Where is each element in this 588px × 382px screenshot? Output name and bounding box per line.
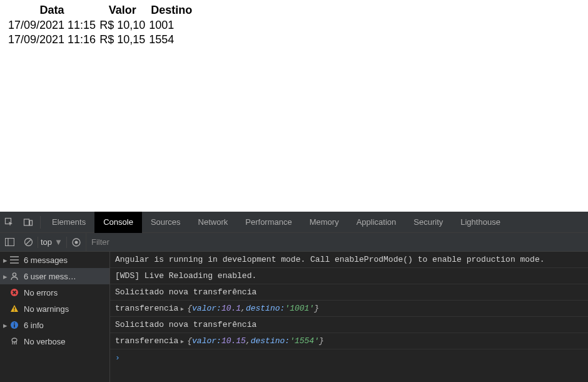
cell-data: 17/09/2021 11:15 — [6, 18, 98, 33]
tab-elements[interactable]: Elements — [43, 212, 94, 233]
svg-rect-2 — [30, 220, 33, 225]
expand-arrow-icon[interactable]: ▸ — [180, 304, 185, 314]
log-entry: Angular is running in development mode. … — [110, 252, 588, 268]
log-text: Solicitado nova transferência — [115, 320, 256, 329]
warning-icon — [9, 304, 20, 313]
app-page: Data Valor Destino 17/09/2021 11:15 R$ 1… — [0, 0, 588, 212]
live-expression-icon[interactable] — [67, 233, 86, 252]
divider — [40, 216, 41, 229]
inspect-element-icon[interactable] — [0, 212, 19, 233]
log-entry-object[interactable]: transferencia ▸ { valor: 10.15 , destino… — [110, 333, 588, 349]
obj-value: '1001' — [285, 304, 314, 313]
sidebar-item-label: 6 messages — [24, 256, 68, 265]
svg-point-8 — [74, 240, 78, 244]
sidebar-item-label: 6 info — [24, 321, 44, 330]
cell-destino: 1554 — [147, 33, 196, 47]
sidebar-item-warnings[interactable]: No warnings — [0, 301, 109, 317]
tab-performance[interactable]: Performance — [236, 212, 300, 233]
list-icon — [9, 256, 20, 264]
transfers-table: Data Valor Destino 17/09/2021 11:15 R$ 1… — [6, 3, 196, 47]
obj-value: '1554' — [290, 336, 319, 346]
devtools-tabbar: Elements Console Sources Network Perform… — [0, 212, 588, 233]
brace: } — [319, 336, 324, 346]
tab-application[interactable]: Application — [348, 212, 405, 233]
col-header-destino: Destino — [147, 3, 196, 18]
chevron-down-icon: ▼ — [54, 237, 63, 247]
sidebar-item-verbose[interactable]: No verbose — [0, 333, 109, 349]
chevron-right-icon: › — [115, 353, 120, 363]
cell-valor: R$ 10,15 — [98, 33, 147, 47]
clear-console-icon[interactable] — [19, 233, 38, 252]
sidebar-item-label: 6 user mess… — [24, 272, 76, 281]
table-row: 17/09/2021 11:16 R$ 10,15 1554 — [6, 33, 196, 47]
log-label: transferencia — [115, 304, 178, 313]
log-text: [WDS] Live Reloading enabled. — [115, 271, 256, 281]
brace: { — [187, 336, 192, 346]
tab-lighthouse[interactable]: Lighthouse — [452, 212, 509, 233]
device-toolbar-icon[interactable] — [19, 212, 38, 233]
sidebar-item-errors[interactable]: No errors — [0, 284, 109, 301]
obj-key: destino: — [251, 336, 290, 346]
obj-key: valor: — [192, 304, 221, 313]
tab-sources[interactable]: Sources — [142, 212, 190, 233]
log-entry: Solicitado nova transferência — [110, 317, 588, 333]
expand-arrow-icon: ▸ — [1, 272, 9, 281]
svg-point-12 — [13, 273, 16, 276]
expand-arrow-icon: ▸ — [1, 321, 9, 330]
cell-valor: R$ 10,10 — [98, 18, 147, 33]
obj-key: valor: — [192, 336, 221, 346]
tab-network[interactable]: Network — [190, 212, 237, 233]
table-row: 17/09/2021 11:15 R$ 10,10 1001 — [6, 18, 196, 33]
col-header-data: Data — [6, 3, 98, 18]
brace: } — [314, 304, 319, 313]
expand-arrow-icon: ▸ — [1, 256, 9, 265]
error-icon — [9, 288, 20, 297]
sidebar-toggle-icon[interactable] — [0, 233, 19, 252]
console-toolbar: top ▼ — [0, 233, 588, 252]
cell-destino: 1001 — [147, 18, 196, 33]
expand-arrow-icon[interactable]: ▸ — [180, 336, 185, 346]
comma: , — [241, 304, 246, 313]
log-label: transferencia — [115, 336, 178, 346]
obj-key: destino: — [246, 304, 285, 313]
cell-data: 17/09/2021 11:16 — [6, 33, 98, 47]
svg-rect-1 — [24, 219, 29, 225]
filter-input[interactable] — [86, 233, 588, 252]
tab-memory[interactable]: Memory — [301, 212, 348, 233]
log-text: Angular is running in development mode. … — [115, 255, 545, 264]
sidebar-item-info[interactable]: ▸ 6 info — [0, 317, 109, 333]
svg-rect-3 — [5, 239, 14, 246]
svg-rect-14 — [14, 307, 14, 310]
brace: { — [187, 304, 192, 313]
log-text: Solicitado nova transferência — [115, 287, 256, 297]
console-log[interactable]: Angular is running in development mode. … — [110, 252, 588, 382]
context-selector[interactable]: top ▼ — [38, 233, 66, 252]
sidebar-item-label: No errors — [24, 288, 58, 297]
obj-value: 10.15 — [221, 336, 246, 346]
svg-rect-17 — [14, 323, 15, 324]
comma: , — [246, 336, 251, 346]
devtools-panel: Elements Console Sources Network Perform… — [0, 212, 588, 382]
col-header-valor: Valor — [98, 3, 147, 18]
console-body: ▸ 6 messages ▸ 6 user mess… No errors — [0, 252, 588, 382]
svg-rect-15 — [14, 311, 14, 311]
tab-console[interactable]: Console — [94, 212, 142, 233]
console-prompt[interactable]: › — [110, 349, 588, 366]
sidebar-item-label: No warnings — [24, 304, 69, 314]
console-sidebar: ▸ 6 messages ▸ 6 user mess… No errors — [0, 252, 110, 382]
svg-rect-18 — [14, 324, 15, 328]
sidebar-item-label: No verbose — [24, 337, 65, 346]
obj-value: 10.1 — [221, 304, 241, 313]
info-icon — [9, 321, 20, 329]
context-label: top — [41, 237, 52, 247]
svg-line-6 — [26, 239, 31, 245]
log-entry: Solicitado nova transferência — [110, 284, 588, 301]
user-icon — [9, 272, 20, 281]
sidebar-item-user-messages[interactable]: ▸ 6 user mess… — [0, 268, 109, 284]
log-entry: [WDS] Live Reloading enabled. — [110, 268, 588, 284]
tab-security[interactable]: Security — [405, 212, 452, 233]
sidebar-item-messages[interactable]: ▸ 6 messages — [0, 252, 109, 268]
filter-wrap — [86, 233, 588, 252]
log-entry-object[interactable]: transferencia ▸ { valor: 10.1 , destino:… — [110, 301, 588, 317]
table-header-row: Data Valor Destino — [6, 3, 196, 18]
